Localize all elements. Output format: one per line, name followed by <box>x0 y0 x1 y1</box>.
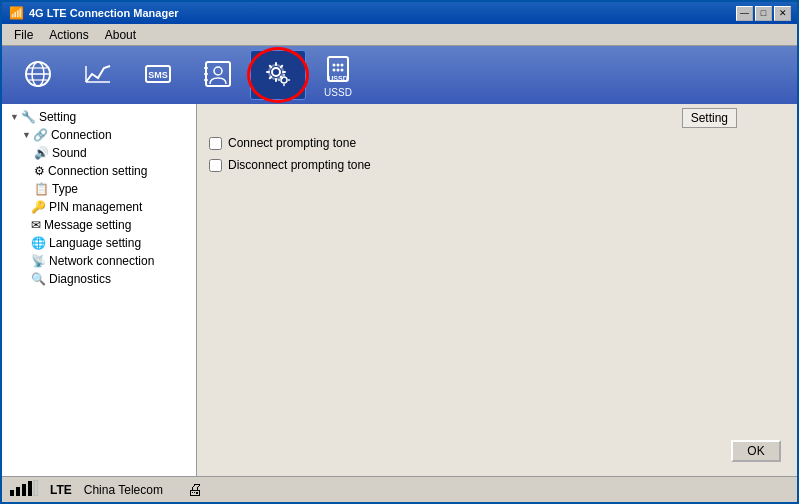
svg-rect-29 <box>34 480 38 496</box>
svg-text:SMS: SMS <box>148 70 168 80</box>
sidebar-item-setting[interactable]: ▼ 🔧 Setting <box>2 108 196 126</box>
tree-arrow-connection: ▼ <box>22 130 31 140</box>
window-controls: — □ ✕ <box>736 6 791 21</box>
svg-rect-25 <box>10 490 14 496</box>
disconnect-prompting-checkbox[interactable] <box>209 159 222 172</box>
sidebar-item-pin-management[interactable]: ▶ 🔑 PIN management <box>2 198 196 216</box>
connect-prompting-row: Connect prompting tone <box>209 136 785 150</box>
toolbar-ussd-label: USSD <box>324 87 352 98</box>
toolbar-internet-button[interactable] <box>10 50 66 100</box>
content-area: Setting Connect prompting tone Disconnec… <box>197 104 797 476</box>
svg-point-22 <box>337 68 340 71</box>
sidebar: ▼ 🔧 Setting ▼ 🔗 Connection 🔊 Sound <box>2 104 197 476</box>
sidebar-item-diagnostics[interactable]: ▶ 🔍 Diagnostics <box>2 270 196 288</box>
tree-icon-language: 🌐 <box>31 236 46 250</box>
svg-point-16 <box>281 77 287 83</box>
sidebar-item-type[interactable]: 📋 Type <box>2 180 196 198</box>
ok-button[interactable]: OK <box>731 440 781 462</box>
sidebar-item-network-connection[interactable]: ▶ 📡 Network connection <box>2 252 196 270</box>
connection-type: LTE <box>50 483 72 497</box>
title-bar: 📶 4G LTE Connection Manager — □ ✕ <box>2 2 797 24</box>
menu-file[interactable]: File <box>6 26 41 44</box>
tree-icon-diagnostics: 🔍 <box>31 272 46 286</box>
disconnect-prompting-label: Disconnect prompting tone <box>228 158 371 172</box>
main-area: ▼ 🔧 Setting ▼ 🔗 Connection 🔊 Sound <box>2 104 797 476</box>
svg-point-23 <box>341 68 344 71</box>
toolbar-sms-button[interactable]: SMS <box>130 50 186 100</box>
tree-icon-pin: 🔑 <box>31 200 46 214</box>
tree-icon-type: 📋 <box>34 182 49 196</box>
close-button[interactable]: ✕ <box>774 6 791 21</box>
toolbar: SMS <box>2 46 797 104</box>
svg-point-10 <box>214 67 222 75</box>
sidebar-item-connection[interactable]: ▼ 🔗 Connection <box>2 126 196 144</box>
status-bar: LTE China Telecom 🖨 <box>2 476 797 502</box>
toolbar-contacts-button[interactable] <box>190 50 246 100</box>
tree-icon-message: ✉ <box>31 218 41 232</box>
connect-prompting-label: Connect prompting tone <box>228 136 356 150</box>
svg-point-18 <box>333 63 336 66</box>
toolbar-ussd-button[interactable]: USSD USSD <box>310 50 366 100</box>
sidebar-item-sound[interactable]: 🔊 Sound <box>2 144 196 162</box>
svg-text:USSD: USSD <box>328 75 347 82</box>
tree-icon-sound: 🔊 <box>34 146 49 160</box>
svg-point-14 <box>272 68 280 76</box>
svg-point-19 <box>337 63 340 66</box>
sidebar-item-language-setting[interactable]: ▶ 🌐 Language setting <box>2 234 196 252</box>
svg-point-20 <box>341 63 344 66</box>
menu-about[interactable]: About <box>97 26 144 44</box>
device-icon: 🖨 <box>187 481 203 499</box>
window-title: 4G LTE Connection Manager <box>29 7 179 19</box>
toolbar-settings-button[interactable] <box>250 50 306 100</box>
main-window: 📶 4G LTE Connection Manager — □ ✕ File A… <box>0 0 799 504</box>
toolbar-stats-button[interactable] <box>70 50 126 100</box>
tree-icon-connection-setting: ⚙ <box>34 164 45 178</box>
connect-prompting-checkbox[interactable] <box>209 137 222 150</box>
signal-icon <box>10 480 38 499</box>
sidebar-item-message-setting[interactable]: ▶ ✉ Message setting <box>2 216 196 234</box>
svg-rect-26 <box>16 487 20 496</box>
setting-tab-label: Setting <box>682 108 737 128</box>
tree-arrow-setting: ▼ <box>10 112 19 122</box>
svg-point-21 <box>333 68 336 71</box>
svg-rect-27 <box>22 484 26 496</box>
disconnect-prompting-row: Disconnect prompting tone <box>209 158 785 172</box>
app-icon: 📶 <box>8 5 24 21</box>
tree-icon-network: 📡 <box>31 254 46 268</box>
maximize-button[interactable]: □ <box>755 6 772 21</box>
tree-icon-connection: 🔗 <box>33 128 48 142</box>
minimize-button[interactable]: — <box>736 6 753 21</box>
menu-bar: File Actions About <box>2 24 797 46</box>
carrier-name: China Telecom <box>84 483 163 497</box>
tree-icon-setting: 🔧 <box>21 110 36 124</box>
menu-actions[interactable]: Actions <box>41 26 96 44</box>
sidebar-item-connection-setting[interactable]: ⚙ Connection setting <box>2 162 196 180</box>
svg-rect-28 <box>28 481 32 496</box>
